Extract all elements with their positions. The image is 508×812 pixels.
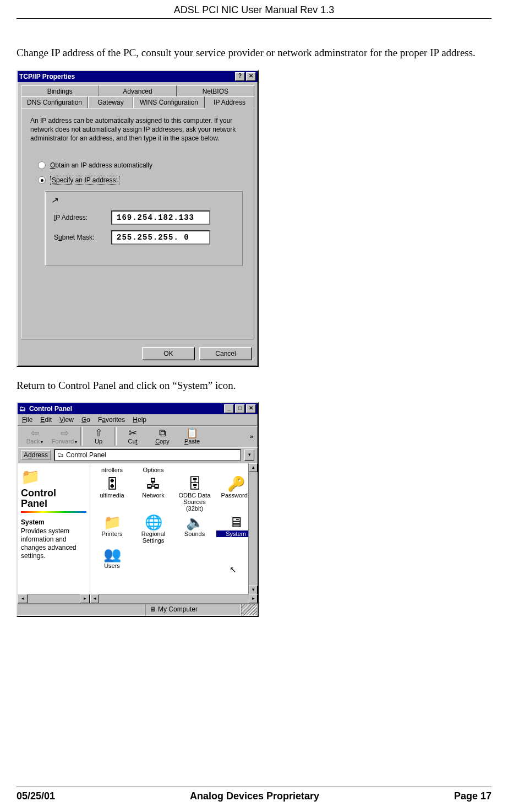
tool-up[interactable]: ⇧Up (84, 427, 113, 446)
toolbar: ⇦Back▾ ⇨Forward▾ ⇧Up ✂Cut ⧉Copy 📋Paste » (18, 426, 258, 447)
menu-help[interactable]: Help (133, 416, 146, 424)
status-right: 🖥My Computer (145, 604, 241, 616)
radio-icon (38, 161, 46, 169)
toolbar-separator (114, 427, 117, 446)
menu-go[interactable]: Go (81, 416, 90, 424)
footer-page: Page 17 (454, 791, 491, 802)
footer-center: Analog Devices Proprietary (190, 791, 319, 802)
status-left (18, 604, 145, 616)
address-value: Control Panel (66, 451, 106, 459)
subnet-mask-label: Subnet Mask: (54, 234, 103, 241)
partial-label: ntrollers (92, 465, 132, 473)
tab-netbios[interactable]: NetBIOS (177, 85, 254, 97)
tool-cut[interactable]: ✂Cut (118, 427, 148, 446)
address-field[interactable]: 🗂 Control Panel (54, 449, 241, 461)
resize-grip[interactable] (241, 604, 258, 616)
odbc-icon: 🗄 (175, 477, 214, 491)
cp-titlebar[interactable]: 🗂 Control Panel _ □ ✕ (18, 403, 258, 414)
item-printers[interactable]: 📁Printers (92, 515, 132, 544)
cp-info-pane: 📁 ControlPanel System Provides system in… (18, 463, 90, 603)
tcpip-title: TCP/IP Properties (19, 73, 75, 80)
tool-paste[interactable]: 📋Paste (177, 427, 207, 446)
cursor-icon: ↖ (230, 565, 237, 575)
paragraph-2: Return to Control Panel and click on “Sy… (17, 379, 491, 393)
ip-address-panel: An IP address can be automatically assig… (21, 108, 254, 339)
cp-title: Control Panel (29, 405, 72, 413)
close-button[interactable]: ✕ (246, 404, 256, 413)
menu-file[interactable]: File (22, 416, 32, 424)
minimize-button[interactable]: _ (224, 404, 234, 413)
paragraph-1: Change IP address of the PC, consult you… (17, 46, 491, 60)
maximize-button[interactable]: □ (235, 404, 245, 413)
scroll-up-icon[interactable]: ▴ (249, 463, 258, 472)
tab-row-2: DNS Configuration Gateway WINS Configura… (18, 96, 258, 108)
footer-date: 05/25/01 (17, 791, 55, 802)
rainbow-underline (21, 511, 86, 513)
scroll-right-icon[interactable]: ▸ (80, 594, 90, 603)
menu-edit[interactable]: Edit (40, 416, 52, 424)
address-icon: 🗂 (57, 451, 64, 459)
up-icon: ⇧ (84, 428, 113, 438)
item-odbc[interactable]: 🗄ODBC Data Sources (32bit) (175, 477, 214, 512)
control-panel-icon: 🗂 (19, 405, 27, 413)
tool-copy[interactable]: ⧉Copy (148, 427, 177, 446)
item-sounds[interactable]: 🔈Sounds (175, 515, 214, 544)
menu-bar: File Edit View Go Favorites Help (18, 414, 258, 426)
menu-favorites[interactable]: Favorites (98, 416, 125, 424)
cp-body: 📁 ControlPanel System Provides system in… (18, 463, 258, 603)
subnet-mask-row: Subnet Mask: 255.255.255. 0 (54, 230, 233, 245)
ip-address-row: IP Address: 169.254.182.133 (54, 210, 233, 225)
radio-specify-ip[interactable]: Specify an IP address: (38, 176, 245, 185)
tab-bindings[interactable]: Bindings (21, 85, 99, 97)
cancel-button[interactable]: Cancel (199, 347, 252, 360)
my-computer-icon: 🖥 (149, 605, 156, 613)
toolbar-overflow[interactable]: » (250, 433, 255, 440)
help-button[interactable]: ? (235, 72, 245, 81)
menu-view[interactable]: View (59, 416, 74, 424)
page-header: ADSL PCI NIC User Manual Rev 1.3 (17, 0, 491, 19)
tool-forward[interactable]: ⇨Forward▾ (50, 427, 79, 446)
forward-icon: ⇨ (50, 428, 79, 438)
ok-button[interactable]: OK (142, 347, 195, 360)
address-dropdown[interactable]: ▾ (244, 450, 254, 461)
dialog-button-row: OK Cancel (18, 343, 258, 366)
tab-wins-configuration[interactable]: WINS Configuration (133, 96, 205, 108)
printers-icon: 📁 (92, 515, 132, 529)
tcpip-properties-dialog: TCP/IP Properties ? ✕ Bindings Advanced … (17, 70, 259, 367)
network-icon: 🖧 (134, 477, 173, 491)
tab-dns-configuration[interactable]: DNS Configuration (21, 96, 88, 108)
item-regional-settings[interactable]: 🌐Regional Settings (134, 515, 173, 544)
tab-gateway[interactable]: Gateway (88, 96, 133, 108)
subnet-mask-input[interactable]: 255.255.255. 0 (111, 230, 210, 245)
scroll-right-icon[interactable]: ▸ (249, 594, 258, 603)
right-vscrollbar[interactable]: ▴ ▾ (248, 463, 258, 594)
right-hscrollbar[interactable]: ◂ ▸ (90, 594, 258, 603)
scroll-left-icon[interactable]: ◂ (18, 594, 28, 603)
copy-icon: ⧉ (148, 428, 177, 438)
control-panel-window: 🗂 Control Panel _ □ ✕ File Edit View Go … (17, 402, 259, 617)
radio-obtain-auto[interactable]: Obtain an IP address automatically (38, 161, 245, 169)
users-icon: 👥 (92, 547, 132, 561)
radio-icon (38, 176, 46, 184)
item-multimedia[interactable]: 🎛ultimedia (92, 477, 132, 512)
ip-address-input[interactable]: 169.254.182.133 (111, 210, 210, 225)
item-users[interactable]: 👥Users (92, 547, 132, 569)
ip-groupbox: ↖ IP Address: 169.254.182.133 Subnet Mas… (45, 191, 243, 266)
page-footer: 05/25/01 Analog Devices Proprietary Page… (17, 787, 491, 802)
tab-advanced[interactable]: Advanced (99, 85, 176, 97)
scroll-left-icon[interactable]: ◂ (90, 594, 99, 603)
address-label: Address (21, 450, 51, 460)
cp-heading: ControlPanel (21, 488, 86, 509)
sounds-icon: 🔈 (175, 515, 214, 529)
item-network[interactable]: 🖧Network (134, 477, 173, 512)
left-hscrollbar[interactable]: ◂ ▸ (18, 594, 90, 603)
folder-icon: 📁 (21, 468, 86, 486)
tcpip-titlebar[interactable]: TCP/IP Properties ? ✕ (18, 71, 258, 82)
back-icon: ⇦ (20, 428, 50, 438)
address-bar: Address 🗂 Control Panel ▾ (18, 447, 258, 463)
selected-item-name: System (21, 518, 86, 526)
tool-back[interactable]: ⇦Back▾ (20, 427, 50, 446)
close-button[interactable]: ✕ (246, 72, 256, 81)
scroll-down-icon[interactable]: ▾ (249, 586, 258, 594)
tab-ip-address[interactable]: IP Address (205, 96, 254, 109)
